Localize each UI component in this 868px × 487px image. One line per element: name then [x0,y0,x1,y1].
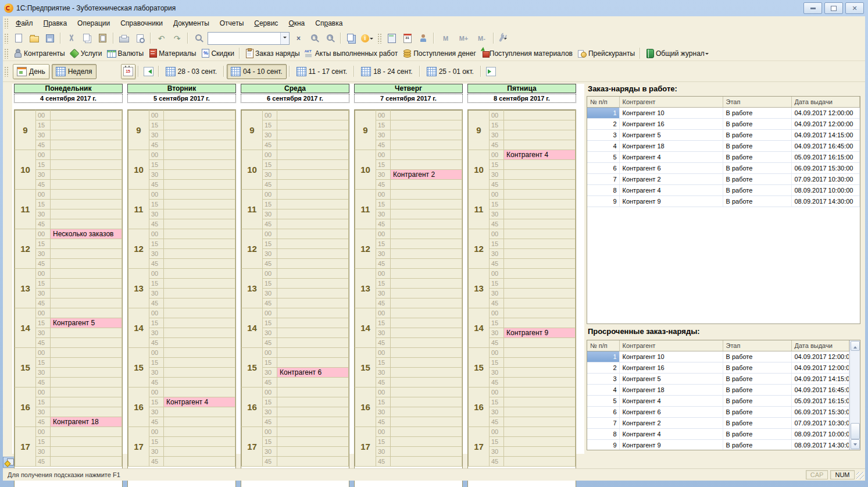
column-header[interactable]: Этап [723,340,791,351]
time-slot[interactable] [51,120,122,130]
close-button[interactable]: ✕ [845,2,864,14]
time-slot[interactable] [504,358,576,368]
time-slot[interactable] [391,427,462,437]
pick-date-button[interactable]: 15 [121,64,135,79]
time-slot[interactable] [277,407,349,417]
time-slot[interactable] [51,130,122,140]
time-slot[interactable] [391,358,462,368]
menu-item-1[interactable]: Правка [38,16,73,30]
menu-item-2[interactable]: Операции [72,16,115,30]
previous-week-button[interactable] [141,64,156,79]
time-slot[interactable] [277,298,349,308]
find-next-button[interactable] [306,31,322,45]
time-slot[interactable] [504,338,576,348]
completed-acts-button[interactable]: Акты выполненных работ [302,47,400,59]
time-slot[interactable] [164,120,235,130]
print-button[interactable] [116,31,132,45]
table-row[interactable]: 7Контрагент 2В работе07.09.2017 10:30:00 [587,418,849,429]
time-slot[interactable] [51,200,122,209]
table-row[interactable]: 7Контрагент 2В работе07.09.2017 10:30:00 [587,174,860,185]
table-row[interactable]: 9Контрагент 9В работе08.09.2017 14:30:00 [587,196,860,207]
time-slot[interactable] [164,160,235,170]
time-slot[interactable] [277,427,349,437]
time-slot[interactable] [504,269,576,279]
table-row[interactable]: 4Контрагент 18В работе04.09.2017 16:45:0… [587,385,849,396]
column-header[interactable]: Дата выдачи [791,340,849,351]
calendar-event[interactable]: Контрагент 18 [51,417,122,427]
time-slot[interactable] [277,338,349,348]
time-slot[interactable] [51,437,122,447]
time-slot[interactable] [277,397,349,407]
time-slot[interactable] [164,239,235,249]
table-row[interactable]: 1Контрагент 10В работе04.09.2017 12:00:0… [587,108,860,119]
overdue-scrollbar[interactable] [849,340,860,450]
time-slot[interactable] [504,427,576,437]
toolbar-grip[interactable] [377,33,381,44]
calendar-event[interactable]: Контрагент 5 [51,318,122,328]
time-slot[interactable] [164,358,235,368]
time-slot[interactable] [504,259,576,269]
time-slot[interactable] [504,378,576,388]
windows-list-button[interactable] [344,31,359,45]
time-slot[interactable] [391,407,462,417]
time-slot[interactable] [391,388,462,397]
view-day-button[interactable]: День [13,64,49,79]
time-slot[interactable] [277,200,349,209]
time-slot[interactable] [164,219,235,229]
time-slot[interactable] [51,407,122,417]
time-slot[interactable] [51,427,122,437]
time-slot[interactable] [164,140,235,150]
time-slot[interactable] [391,298,462,308]
time-slot[interactable] [51,111,122,120]
week-button-1[interactable]: 04 - 10 сент. [227,64,287,79]
time-slot[interactable] [277,140,349,150]
table-row[interactable]: 2Контрагент 16В работе04.09.2017 12:00:0… [587,119,860,130]
time-slot[interactable] [277,150,349,160]
time-slot[interactable] [51,358,122,368]
time-slot[interactable] [277,219,349,229]
time-slot[interactable] [164,269,235,279]
scroll-up-button[interactable] [851,341,860,351]
time-slot[interactable] [164,209,235,219]
work-orders-button[interactable]: Заказ наряды [242,47,302,59]
time-slot[interactable] [504,249,576,259]
time-slot[interactable] [391,259,462,269]
time-slot[interactable] [277,308,349,318]
column-header[interactable]: № п/п [587,97,619,108]
time-slot[interactable] [391,437,462,447]
materials-button[interactable]: Материалы [146,47,198,59]
toolbar-grip[interactable] [4,66,8,77]
time-slot[interactable] [391,378,462,388]
time-slot[interactable] [164,338,235,348]
time-slot[interactable] [277,388,349,397]
time-slot[interactable] [277,279,349,289]
time-slot[interactable] [504,140,576,150]
time-slot[interactable] [504,457,576,467]
time-slot[interactable] [277,457,349,467]
calendar-event[interactable]: Несколько заказов [51,229,122,239]
time-slot[interactable] [504,298,576,308]
time-slot[interactable] [277,209,349,219]
time-slot[interactable] [504,397,576,407]
week-button-3[interactable]: 18 - 24 сент. [357,64,417,79]
column-header[interactable]: Контрагент [619,97,723,108]
contractors-button[interactable]: Контрагенты [10,47,67,59]
time-slot[interactable] [277,130,349,140]
time-slot[interactable] [391,279,462,289]
time-slot[interactable] [164,150,235,160]
time-slot[interactable] [277,239,349,249]
time-slot[interactable] [164,348,235,358]
memory-button[interactable]: М [437,31,455,45]
menu-item-0[interactable]: Файл [10,16,38,30]
time-slot[interactable] [277,328,349,338]
memory-plus-button[interactable]: М+ [455,31,473,45]
calendar-event[interactable]: Контрагент 4 [504,150,576,160]
resize-grip[interactable] [856,472,864,479]
currencies-button[interactable]: Валюты [105,47,147,59]
time-slot[interactable] [391,111,462,120]
time-slot[interactable] [277,447,349,457]
time-slot[interactable] [164,180,235,190]
time-slot[interactable] [164,190,235,200]
time-slot[interactable] [51,249,122,259]
save-button[interactable] [42,31,58,45]
